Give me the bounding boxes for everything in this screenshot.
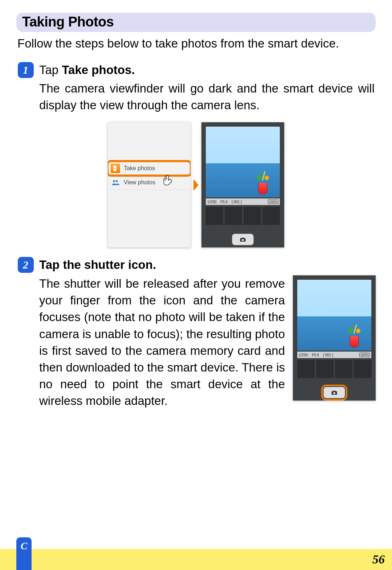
section-intro: Follow the steps below to take photos fr… (17, 36, 375, 52)
step-2-body: The shutter will be released after you r… (39, 275, 285, 410)
thumbnail-slot (335, 360, 352, 378)
page-number: 56 (372, 553, 385, 566)
shots-remaining: [ 801 ] (232, 200, 242, 204)
step-2-header: 2 Tap the shutter icon. (18, 257, 375, 273)
sample-subject (347, 327, 360, 348)
step-2-content: The shutter will be released after you r… (16, 275, 376, 410)
shutter-speed: 1/250 (299, 353, 308, 357)
svg-point-2 (113, 180, 115, 183)
thumbnail-slot (225, 207, 242, 225)
page-footer: 56 (0, 549, 392, 570)
step-2-screenshot-wrap: 1/250 F5.6 [ 801 ] 100% (293, 275, 376, 410)
step-2-title: Tap the shutter icon. (39, 257, 156, 273)
sample-subject (256, 173, 269, 194)
step-1-header: 1 Tap Take photos. (18, 62, 375, 78)
camera-icon (240, 236, 246, 243)
menu-item-take-photos[interactable]: Take photos (108, 161, 191, 176)
step-1-badge: 1 (18, 62, 34, 78)
step-2-title-bold: Tap the shutter icon. (39, 258, 156, 271)
battery-indicator: 100% (359, 353, 370, 357)
live-viewfinder (206, 127, 280, 197)
thumbnail-strip (297, 360, 371, 378)
viewfinder-info-bar: 1/250 F5.6 [ 801 ] 100% (297, 352, 371, 358)
thumbnail-slot (244, 207, 261, 225)
shutter-speed: 1/250 (207, 200, 216, 204)
liveview-screenshot-2: 1/250 F5.6 [ 801 ] 100% (293, 275, 376, 401)
viewfinder-info-bar: 1/250 F5.6 [ 801 ] 100% (206, 198, 280, 205)
thumbnail-slot (206, 207, 223, 225)
shutter-area (201, 234, 284, 245)
take-photos-icon (111, 164, 120, 173)
camera-icon (331, 389, 338, 396)
app-menu-screenshot: Take photos View photos (108, 122, 191, 247)
step-1-title: Tap Take photos. (39, 62, 135, 78)
shutter-area (293, 387, 376, 398)
step-1-title-bold: Take photos. (62, 63, 135, 77)
live-viewfinder (297, 280, 371, 350)
shutter-button[interactable] (323, 387, 345, 398)
aperture: F5.6 (220, 200, 228, 204)
section-heading: Taking Photos (16, 13, 376, 32)
liveview-screenshot-1: 1/250 F5.6 [ 801 ] 100% (201, 122, 284, 247)
thumbnail-strip (206, 207, 280, 225)
arrow-right-icon (193, 179, 199, 191)
infobar-left: 1/250 F5.6 [ 801 ] (207, 200, 242, 204)
menu-item-take-photos-label: Take photos (124, 165, 155, 172)
view-photos-icon (111, 178, 120, 187)
battery-indicator: 100% (268, 200, 278, 204)
spacer (108, 122, 191, 161)
aperture: F5.6 (312, 353, 319, 357)
menu-item-view-photos[interactable]: View photos (108, 176, 191, 190)
step-2-badge: 2 (18, 257, 34, 273)
menu-item-view-photos-label: View photos (124, 179, 155, 186)
step-1-title-prefix: Tap (39, 63, 62, 77)
infobar-left: 1/250 F5.6 [ 801 ] (299, 353, 333, 357)
manual-page: Taking Photos Follow the steps below to … (0, 0, 392, 570)
thumbnail-slot (297, 360, 315, 378)
thumbnail-slot (316, 360, 334, 378)
step-1-body: The camera viewfinder will go dark and t… (39, 80, 375, 114)
svg-point-3 (116, 180, 118, 183)
section-tab: C (16, 537, 32, 570)
step-1-screenshots: Take photos View photos 1/25 (16, 122, 376, 247)
shutter-button[interactable] (232, 234, 254, 245)
thumbnail-slot (262, 207, 280, 225)
thumbnail-slot (354, 360, 371, 378)
svg-point-1 (114, 168, 115, 169)
shots-remaining: [ 801 ] (323, 353, 333, 357)
